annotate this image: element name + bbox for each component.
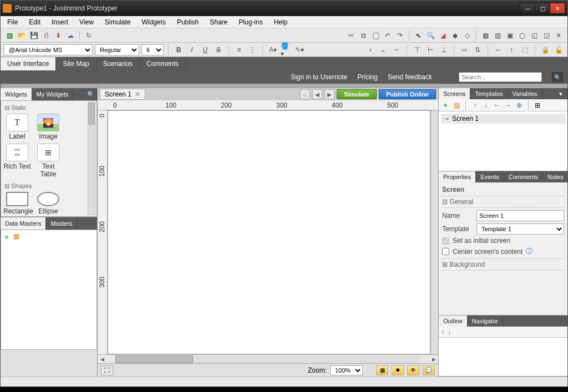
menu-share[interactable]: Share (206, 17, 231, 27)
right-icon[interactable]: → (504, 101, 513, 110)
align-top-icon[interactable]: ⊤ (412, 44, 423, 55)
tab-comments[interactable]: Comments (140, 57, 186, 70)
name-field[interactable] (476, 210, 564, 221)
signin-link[interactable]: Sign in to Usernote (291, 73, 347, 81)
forward-icon[interactable]: ◱ (529, 30, 540, 41)
publish-button[interactable]: Publish Online (379, 89, 436, 99)
bullets-icon[interactable]: ≡ (234, 44, 245, 55)
highlight-icon[interactable]: ✎▾ (294, 44, 305, 55)
tool2-icon[interactable]: ◇ (462, 30, 473, 41)
editor-tab-screen1[interactable]: Screen 1✕ (100, 89, 145, 100)
copy-icon[interactable]: ⧉ (358, 30, 369, 41)
center-checkbox[interactable] (442, 248, 449, 255)
tab-user-interface[interactable]: User Interface (1, 57, 56, 70)
widget-rectangle[interactable]: Rectangle (3, 192, 31, 215)
tab-events[interactable]: Events (476, 171, 504, 182)
unlock-icon[interactable]: 🔓 (553, 44, 564, 55)
align-center-icon[interactable]: ⫠ (378, 44, 389, 55)
canvas-hscroll[interactable]: ◀ ▶ (98, 354, 438, 363)
menu-view[interactable]: View (76, 17, 97, 27)
toggle-view-icon[interactable]: ⊞ (533, 101, 542, 110)
front-icon[interactable]: ▣ (504, 30, 515, 41)
widget-richtext[interactable]: ≡≡≡≡Rich Text (3, 144, 31, 178)
italic-icon[interactable]: I (186, 44, 197, 55)
tab-site-map[interactable]: Site Map (56, 57, 96, 70)
initial-checkbox[interactable] (442, 237, 449, 245)
widgets-scrollbar[interactable] (88, 102, 95, 215)
font-size-select[interactable]: 6 (141, 44, 164, 55)
canvas[interactable] (108, 110, 430, 354)
widget-label[interactable]: TLabel (3, 114, 31, 140)
widget-texttable[interactable]: ⊞Text Table (34, 144, 62, 178)
fontcolor-icon[interactable]: A▾ (267, 44, 278, 55)
home-icon[interactable]: ⌂ (300, 89, 310, 99)
refresh-icon[interactable]: ↻ (83, 30, 94, 41)
tool1-icon[interactable]: ◆ (449, 30, 460, 41)
group-icon[interactable]: ▦ (480, 30, 491, 41)
tab-scenarios[interactable]: Scenarios (97, 57, 140, 70)
strike-icon[interactable]: S (213, 44, 224, 55)
canvas-vscroll[interactable] (430, 110, 438, 354)
paste-icon[interactable]: 📋 (370, 30, 381, 41)
nav-fwd-icon[interactable]: ▶ (324, 89, 334, 99)
menu-help[interactable]: Help (271, 17, 291, 27)
delete-icon[interactable]: ✕ (553, 30, 564, 41)
new-icon[interactable]: ▧ (4, 30, 15, 41)
align-bottom-icon[interactable]: ⊥ (438, 44, 449, 55)
nav-back-icon[interactable]: ◀ (312, 89, 322, 99)
widget-ellipse[interactable]: Ellipse (34, 192, 62, 215)
align-middle-icon[interactable]: ⊢ (425, 44, 436, 55)
simulate-button[interactable]: Simulate (337, 89, 377, 99)
target-icon[interactable]: ⊕ (515, 101, 524, 110)
tab-outline[interactable]: Outline (439, 315, 468, 327)
tab-templates[interactable]: Templates (470, 88, 508, 99)
general-section[interactable]: ⊟ General (442, 196, 564, 208)
dup-screen-icon[interactable]: ▧ (452, 101, 461, 110)
menu-publish[interactable]: Publish (174, 17, 202, 27)
dist-v-icon[interactable]: ⇅ (472, 44, 483, 55)
saveall-icon[interactable]: ⎙ (40, 30, 52, 41)
menu-file[interactable]: File (4, 17, 21, 27)
undo-icon[interactable]: ↶ (382, 30, 393, 41)
minimize-button[interactable]: — (520, 3, 535, 14)
fit-icon[interactable]: ⛶ (101, 365, 113, 375)
left-icon[interactable]: ← (493, 101, 501, 110)
widget-image[interactable]: 🌄Image (34, 114, 62, 140)
panel-menu-icon[interactable]: ▾ (555, 88, 567, 99)
back-icon[interactable]: ▢ (516, 30, 528, 41)
tree-item-screen1[interactable]: → Screen 1 (441, 114, 565, 124)
tab-widgets[interactable]: Widgets (1, 88, 32, 100)
edit-datamaster-icon[interactable]: ▦ (13, 232, 19, 347)
menu-widgets[interactable]: Widgets (139, 17, 169, 27)
pricing-link[interactable]: Pricing (357, 73, 378, 81)
view-mode4-icon[interactable]: 💬 (423, 365, 435, 375)
dist-h-icon[interactable]: ⇿ (459, 44, 470, 55)
zoom-select[interactable]: 100% (330, 365, 363, 375)
view-mode2-icon[interactable]: ✹ (392, 365, 404, 375)
tab-properties[interactable]: Properties (439, 171, 476, 182)
align-left-icon[interactable]: ⫞ (364, 44, 376, 55)
menu-plugins[interactable]: Plug-ins (235, 17, 266, 27)
menu-insert[interactable]: Insert (48, 17, 72, 27)
help-icon[interactable]: ⓘ (526, 247, 532, 256)
tab-masters[interactable]: Masters (46, 217, 77, 230)
tab-notes[interactable]: Notes (543, 171, 568, 182)
menu-simulate[interactable]: Simulate (102, 17, 134, 27)
tab-my-widgets[interactable]: My Widgets (32, 88, 73, 100)
tab-navigator[interactable]: Navigator (468, 315, 503, 327)
sameheight-icon[interactable]: ↕ (506, 44, 517, 55)
add-screen-icon[interactable]: ＋ (441, 101, 450, 110)
up-icon[interactable]: ↑ (470, 101, 479, 110)
font-style-select[interactable]: Regular (95, 44, 139, 55)
search-button[interactable]: 🔍 (552, 72, 563, 82)
close-button[interactable]: ✕ (550, 3, 565, 14)
open-icon[interactable]: 📂 (16, 30, 27, 41)
samesize-icon[interactable]: ⬚ (519, 44, 530, 55)
search-input[interactable] (459, 72, 542, 82)
tab-data-masters[interactable]: Data Masters (1, 217, 46, 230)
ungroup-icon[interactable]: ▨ (492, 30, 503, 41)
background-section[interactable]: ⊞ Background (442, 258, 564, 271)
redo-icon[interactable]: ↷ (394, 30, 405, 41)
underline-icon[interactable]: U (200, 44, 211, 55)
down-icon[interactable]: ↓ (481, 101, 490, 110)
